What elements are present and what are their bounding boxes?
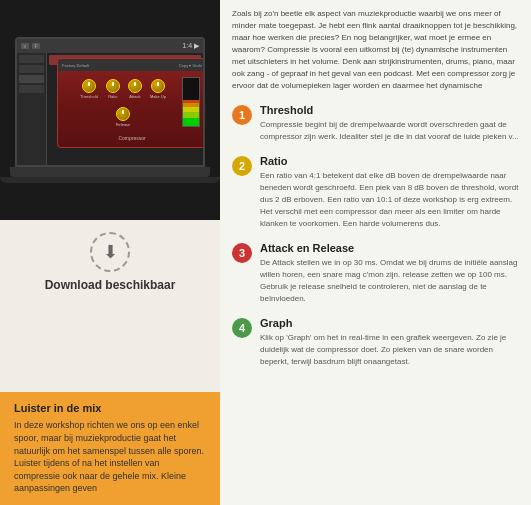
- section-content-4: Graph Klik op 'Graph' om het in real-tim…: [260, 317, 519, 368]
- release-knob[interactable]: [116, 107, 130, 121]
- section-item-3: 3 Attack en Release De Attack stellen we…: [232, 242, 519, 305]
- sections-container: 1 Threshold Compressie begint bij de dre…: [232, 104, 519, 368]
- download-arrow-icon: ⬇: [103, 241, 118, 263]
- daw-sidebar: [17, 53, 47, 165]
- ratio-label: Ratio: [108, 94, 117, 99]
- laptop-screen: ≡ F 1:4 ▶: [15, 37, 205, 167]
- vu-meter: [182, 77, 200, 127]
- attack-knob[interactable]: [128, 79, 142, 93]
- listen-box: Luister in de mix In deze workshop richt…: [0, 392, 220, 505]
- threshold-label: Threshold: [80, 94, 98, 99]
- daw-tracks: Factory Default Copy ▾ Undo Threshold: [47, 53, 203, 165]
- plugin-knobs: Threshold Ratio Attack: [64, 73, 182, 133]
- section-number-4: 4: [232, 318, 252, 338]
- makeup-knob[interactable]: [151, 79, 165, 93]
- section-title-2: Ratio: [260, 155, 519, 167]
- section-title-4: Graph: [260, 317, 519, 329]
- daw-func-btn[interactable]: F: [32, 43, 40, 49]
- section-number-3: 3: [232, 243, 252, 263]
- download-icon[interactable]: ⬇: [90, 232, 130, 272]
- laptop-base: [10, 167, 210, 177]
- section-title-1: Threshold: [260, 104, 519, 116]
- knob-release: Release: [116, 107, 131, 127]
- section-text-1: Compressie begint bij de drempelwaarde w…: [260, 119, 519, 143]
- daw-ui: ≡ F 1:4 ▶: [17, 39, 203, 165]
- section-item-2: 2 Ratio Een ratio van 4:1 betekent dat e…: [232, 155, 519, 230]
- intro-text: Zoals bij zo'n beetle elk aspect van muz…: [232, 8, 519, 92]
- daw-top-bar: ≡ F 1:4 ▶: [17, 39, 203, 53]
- section-text-2: Een ratio van 4:1 betekent dat elke dB b…: [260, 170, 519, 230]
- section-number-2: 2: [232, 156, 252, 176]
- download-label: Download beschikbaar: [45, 278, 176, 294]
- section-content-1: Threshold Compressie begint bij de dremp…: [260, 104, 519, 143]
- knob-threshold: Threshold: [80, 79, 98, 99]
- daw-transport: 1:4 ▶: [182, 42, 199, 50]
- attack-label: Attack: [129, 94, 140, 99]
- listen-title: Luister in de mix: [14, 402, 206, 414]
- section-item-1: 1 Threshold Compressie begint bij de dre…: [232, 104, 519, 143]
- plugin-name-label: Factory Default: [62, 63, 89, 68]
- knob-makeup: Make Up: [150, 79, 166, 99]
- section-text-3: De Attack stellen we in op 30 ms. Omdat …: [260, 257, 519, 305]
- knob-ratio: Ratio: [106, 79, 120, 99]
- right-column: Zoals bij zo'n beetle elk aspect van muz…: [220, 0, 531, 505]
- daw-menu-btn[interactable]: ≡: [21, 43, 29, 49]
- threshold-knob[interactable]: [82, 79, 96, 93]
- daw-main: Factory Default Copy ▾ Undo Threshold: [17, 53, 203, 165]
- section-number-1: 1: [232, 105, 252, 125]
- makeup-label: Make Up: [150, 94, 166, 99]
- plugin-header: Factory Default Copy ▾ Undo: [58, 59, 205, 71]
- laptop-stand: [0, 177, 220, 183]
- release-label: Release: [116, 122, 131, 127]
- compressor-plugin: Factory Default Copy ▾ Undo Threshold: [57, 58, 205, 148]
- section-content-2: Ratio Een ratio van 4:1 betekent dat elk…: [260, 155, 519, 230]
- laptop-area: ≡ F 1:4 ▶: [0, 0, 220, 220]
- section-content-3: Attack en Release De Attack stellen we i…: [260, 242, 519, 305]
- listen-text: In deze workshop richten we ons op een e…: [14, 419, 206, 495]
- left-column: ≡ F 1:4 ▶: [0, 0, 220, 505]
- section-item-4: 4 Graph Klik op 'Graph' om het in real-t…: [232, 317, 519, 368]
- ratio-knob[interactable]: [106, 79, 120, 93]
- section-title-3: Attack en Release: [260, 242, 519, 254]
- plugin-controls: Copy ▾ Undo: [179, 63, 202, 68]
- knob-attack: Attack: [128, 79, 142, 99]
- section-text-4: Klik op 'Graph' om het in real-time in e…: [260, 332, 519, 368]
- compressor-label: Compressor: [118, 135, 145, 143]
- download-section: ⬇ Download beschikbaar: [0, 220, 220, 392]
